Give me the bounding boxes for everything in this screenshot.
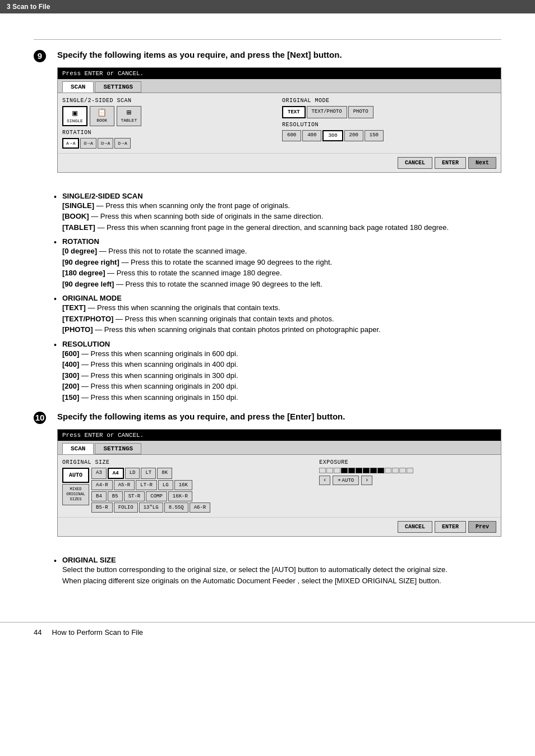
res-300-btn[interactable]: 300 (322, 130, 343, 141)
16k-btn[interactable]: 16K (174, 480, 192, 490)
orig-mode-label: ORIGINAL MODE (282, 98, 496, 104)
size-row-3: B4 B5 ST-R COMP 16K-R (91, 491, 210, 501)
b4-btn[interactable]: B4 (91, 491, 107, 501)
step10-topbar: Press ENTER or CANCEL. (58, 430, 501, 441)
size-row-1: A3 A4 LD LT 8K (91, 468, 210, 479)
tab-scan-10[interactable]: SCAN (62, 443, 94, 454)
mixed-size-btn[interactable]: MIXED ORIGINAL SIZES (62, 484, 89, 505)
ltr-btn[interactable]: LT-R (136, 480, 157, 490)
step9-container: 9 Specify the following items as you req… (34, 49, 501, 182)
rot-0-btn[interactable]: A→A (62, 138, 79, 149)
rot-90r-icon: ⊡ (84, 141, 86, 146)
exp-cell-12 (399, 468, 406, 473)
res-150-btn[interactable]: 150 (365, 130, 384, 141)
exp-cell-1 (319, 468, 326, 473)
tab-settings-9[interactable]: SETTINGS (95, 81, 141, 93)
a4r-btn[interactable]: A4-R (91, 480, 113, 490)
tablet-btn[interactable]: ⊞ TABLET (117, 106, 141, 126)
bullet-text-3a: [TEXT] — Press this when scanning the or… (62, 302, 501, 314)
a4-btn[interactable]: A4 (108, 468, 124, 479)
cancel-btn-10[interactable]: CANCEL (398, 521, 432, 533)
bullet-text-10-1a: Select the button corresponding to the o… (62, 564, 501, 575)
step9-tabs: SCAN SETTINGS (58, 79, 501, 93)
step9-panel: Press ENTER or CANCEL. SCAN SETTINGS SIN… (57, 67, 501, 173)
photo-btn[interactable]: PHOTO (348, 106, 373, 118)
res-400-btn[interactable]: 400 (302, 130, 321, 141)
auto-size-btn[interactable]: AUTO (62, 468, 89, 483)
str-btn[interactable]: ST-R (124, 491, 145, 501)
text-btn[interactable]: TEXT (282, 106, 306, 118)
bullet-content-1: SINGLE/2-SIDED SCAN [SINGLE] — Press thi… (62, 192, 501, 233)
text-photo-btn[interactable]: TEXT/PHOTO (307, 106, 347, 118)
rot-0-icon: A (66, 141, 69, 146)
bullet-text-4b: [400] — Press this when scanning origina… (62, 359, 501, 370)
step9-footer: CANCEL ENTER Next (58, 153, 501, 172)
a6r-btn[interactable]: A6-R (190, 503, 211, 513)
bullet-title-2: ROTATION (62, 237, 501, 246)
exp-right-btn[interactable]: › (361, 476, 372, 485)
lg-btn[interactable]: LG (158, 480, 173, 490)
8k-btn[interactable]: 8K (157, 468, 172, 479)
exp-cell-2 (326, 468, 333, 473)
single-label: SINGLE (67, 118, 83, 123)
85sq-btn[interactable]: 8.5SQ (164, 503, 188, 513)
header-bar: 3 Scan to File (0, 0, 535, 13)
rot-90r-btn[interactable]: ⊡→A (80, 138, 96, 149)
rot-90l-icon: D (118, 141, 121, 146)
book-icon: 📋 (97, 108, 107, 118)
bullet-dot-4: • (54, 340, 57, 349)
a3-btn[interactable]: A3 (91, 468, 107, 479)
prev-btn-10[interactable]: Prev (468, 521, 496, 533)
ld-btn[interactable]: LD (125, 468, 140, 479)
step9-right: ORIGINAL MODE TEXT TEXT/PHOTO PHOTO RESO… (282, 98, 496, 149)
exposure-controls: ‹ ☀ AUTO › (319, 476, 496, 485)
rot-90l-btn[interactable]: D→A (114, 138, 130, 149)
cancel-btn-9[interactable]: CANCEL (398, 157, 432, 169)
book-btn[interactable]: 📋 BOOK (90, 106, 114, 126)
res-600-btn[interactable]: 600 (282, 130, 301, 141)
a5r-btn[interactable]: A5-R (114, 480, 135, 490)
sun-icon: ☀ (338, 477, 340, 483)
rot-180-icon: ⊡ (101, 141, 104, 146)
16kr-btn[interactable]: 16K-R (168, 491, 192, 501)
bullet-resolution: • RESOLUTION [600] — Press this when sca… (54, 340, 501, 403)
step10-bullets: • ORIGINAL SIZE Select the button corres… (54, 556, 501, 586)
bullet-text-4d: [200] — Press this when scanning origina… (62, 381, 501, 392)
tablet-icon: ⊞ (127, 108, 131, 118)
bullet-content-3: ORIGINAL MODE [TEXT] — Press this when s… (62, 294, 501, 335)
bullet-title-4: RESOLUTION (62, 340, 501, 348)
folio-btn[interactable]: FOLIO (114, 503, 138, 513)
tab-settings-10[interactable]: SETTINGS (95, 443, 141, 454)
step10-panel: Press ENTER or CANCEL. SCAN SETTINGS ORI… (57, 429, 501, 537)
tab-scan-9[interactable]: SCAN (62, 81, 94, 93)
step10-number: 10 (34, 409, 54, 424)
rot-180-btn[interactable]: ⊡→A (98, 138, 113, 149)
orig-mode-buttons: TEXT TEXT/PHOTO PHOTO (282, 106, 496, 118)
step10-left: ORIGINAL SIZE AUTO MIXED ORIGINAL SIZES … (62, 459, 310, 513)
single-btn[interactable]: ▣ SINGLE (62, 106, 87, 126)
comp-btn[interactable]: COMP (146, 491, 167, 501)
13lg-btn[interactable]: 13"LG (139, 503, 163, 513)
rotation-label: ROTATION (62, 130, 276, 136)
enter-btn-10[interactable]: ENTER (435, 521, 466, 533)
page-footer: 44 How to Perform Scan to File (0, 622, 535, 648)
header-label: 3 Scan to File (7, 3, 50, 11)
scan-type-buttons: ▣ SINGLE 📋 BOOK ⊞ TABLET (62, 106, 276, 126)
next-btn-9[interactable]: Next (468, 157, 496, 169)
step9-topbar: Press ENTER or CANCEL. (58, 68, 501, 79)
lt-btn[interactable]: LT (141, 468, 156, 479)
single-sided-label: SINGLE/2-SIDED SCAN (62, 98, 276, 104)
exp-left-btn[interactable]: ‹ (319, 476, 330, 485)
res-200-btn[interactable]: 200 (344, 130, 363, 141)
bullet-text-2b: [90 degree right] — Press this to rotate… (62, 257, 501, 268)
exp-auto-btn[interactable]: ☀ AUTO (333, 476, 359, 485)
exp-cell-4 (341, 468, 348, 473)
b5r-btn[interactable]: B5-R (91, 503, 113, 513)
bullet-rotation: • ROTATION [0 degree] — Press this not t… (54, 237, 501, 289)
bullet-title-10-1: ORIGINAL SIZE (62, 556, 501, 564)
bullet-single-sided: • SINGLE/2-SIDED SCAN [SINGLE] — Press t… (54, 192, 501, 233)
b5-btn[interactable]: B5 (108, 491, 123, 501)
tablet-label: TABLET (121, 118, 137, 123)
enter-btn-9[interactable]: ENTER (435, 157, 466, 169)
step10-title: Specify the following items as you requi… (57, 411, 501, 422)
